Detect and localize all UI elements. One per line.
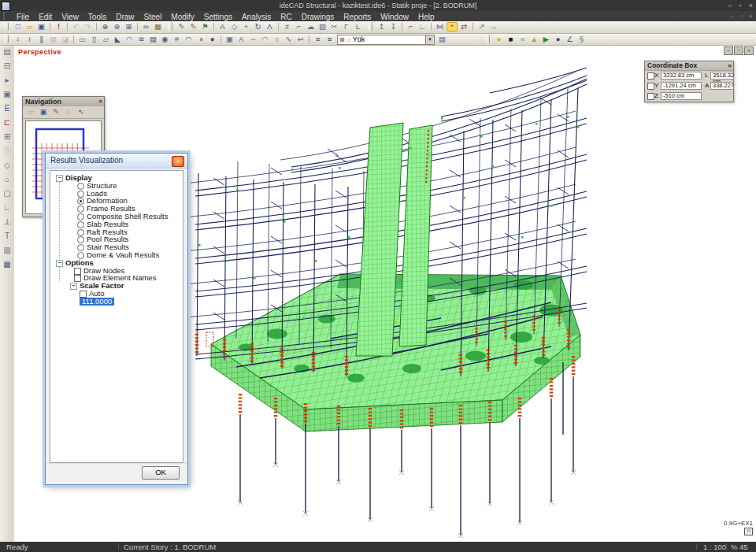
toolbar-icon[interactable]: [369, 22, 372, 31]
move-down-icon[interactable]: ↧: [388, 22, 398, 31]
toolbar-icon[interactable]: [137, 23, 138, 31]
snap-node-icon[interactable]: *: [447, 22, 458, 31]
toolbar-icon[interactable]: [213, 23, 214, 31]
nav-open-icon[interactable]: ▱: [25, 107, 36, 117]
sheet-clock-icon[interactable]: ▤: [437, 35, 447, 44]
solid-model-icon[interactable]: ■: [506, 35, 516, 44]
radio-icon[interactable]: [77, 244, 84, 251]
coordinate-box-title[interactable]: Coordinate Box ×: [645, 61, 733, 71]
toolbar-icon[interactable]: [220, 35, 221, 43]
move-icon[interactable]: +: [241, 22, 251, 31]
mdi-restore-button[interactable]: ▫: [740, 11, 743, 21]
nav-pen-icon[interactable]: ✎: [50, 107, 61, 117]
pool-icon[interactable]: ●: [207, 35, 217, 44]
cube-icon[interactable]: ▢: [2, 188, 13, 199]
report-icon[interactable]: ●: [553, 35, 563, 44]
toolbar-icon[interactable]: [73, 35, 74, 43]
save-icon[interactable]: ▣: [36, 22, 46, 31]
edit-pencil-icon[interactable]: ✎: [176, 22, 187, 31]
tree-node-scale-factor[interactable]: −Scale Factor: [70, 282, 183, 290]
polyline-icon[interactable]: ∿: [284, 35, 294, 44]
dialog-close-icon[interactable]: [172, 156, 184, 167]
collapse-icon[interactable]: −: [56, 260, 63, 267]
snap-grid-icon[interactable]: ⋈: [435, 22, 445, 31]
sketch-pencil-icon[interactable]: ✎: [188, 22, 198, 31]
zoom-window-icon[interactable]: ⊞: [124, 22, 134, 31]
axis-angle-icon[interactable]: ∟: [417, 22, 428, 31]
raft-icon[interactable]: ≋: [136, 35, 146, 44]
analysis-toolbar-icon[interactable]: [486, 35, 490, 43]
view-icon[interactable]: ⌂: [2, 174, 13, 185]
load-case-icon-small[interactable]: ⊡: [744, 528, 753, 535]
toolbar-icon[interactable]: [402, 23, 402, 31]
elevation-icon[interactable]: E: [2, 103, 13, 114]
redo-icon[interactable]: ↷: [83, 22, 93, 31]
undo-icon[interactable]: ↶: [71, 22, 81, 31]
mirror-icon[interactable]: Λ: [265, 22, 275, 31]
dome-icon[interactable]: ◠: [183, 35, 194, 44]
minimize-button[interactable]: –: [728, 0, 732, 11]
toolbar-icon[interactable]: [50, 23, 50, 31]
axis-corner-icon[interactable]: ⌐: [406, 22, 416, 31]
radio-icon[interactable]: [77, 191, 84, 198]
fillet-icon[interactable]: Γ: [341, 22, 351, 31]
section-icon[interactable]: ⊏: [2, 117, 13, 128]
open-icon[interactable]: ▱: [24, 22, 35, 31]
y-lock-checkbox[interactable]: [647, 83, 654, 90]
select-icon[interactable]: ▸: [2, 75, 13, 86]
binoculars-icon[interactable]: ∞: [141, 22, 151, 31]
x-lock-checkbox[interactable]: [647, 72, 654, 80]
radio-icon[interactable]: [77, 198, 84, 205]
text-icon[interactable]: A: [217, 22, 228, 31]
wall-icon[interactable]: ▤: [148, 35, 158, 44]
length-field[interactable]: 3518.32 cm: [710, 72, 734, 80]
radio-icon[interactable]: [77, 221, 84, 228]
return-icon[interactable]: ↩: [295, 35, 306, 44]
radio-icon[interactable]: [77, 236, 84, 243]
toolbar-icon[interactable]: [309, 35, 309, 43]
view-close-button[interactable]: ×: [744, 46, 754, 55]
radio-icon[interactable]: [77, 206, 84, 213]
nav-home-icon[interactable]: ⌂: [63, 107, 74, 117]
scale-factor-value[interactable]: 111.0000: [80, 298, 114, 306]
pile-icon[interactable]: ◉: [160, 35, 170, 44]
restore-button[interactable]: ▫: [739, 0, 742, 11]
y-coordinate-field[interactable]: -1291.24 cm: [661, 82, 702, 90]
materials-icon[interactable]: ▦: [153, 22, 163, 31]
analysis-icon[interactable]: ≈: [517, 35, 528, 44]
stair-icon[interactable]: ◑: [195, 35, 206, 44]
beam-icon[interactable]: ▭: [77, 35, 87, 44]
story-icon[interactable]: ▥: [2, 245, 13, 256]
toolbar-icon[interactable]: [278, 23, 279, 31]
radio-icon[interactable]: [77, 229, 84, 236]
toolbar-icon[interactable]: [472, 23, 473, 31]
view-restore-button[interactable]: ▫: [734, 46, 743, 55]
text2-icon[interactable]: A: [236, 35, 246, 44]
new-icon[interactable]: □: [13, 22, 23, 31]
font-edit-icon[interactable]: f: [54, 22, 64, 31]
arc-icon[interactable]: ◠: [260, 35, 270, 44]
ghost-icon[interactable]: ▒: [2, 146, 13, 157]
collapse-icon[interactable]: −: [70, 283, 77, 290]
ok-button[interactable]: OK: [142, 466, 180, 480]
nav-save-icon[interactable]: ▣: [38, 107, 49, 117]
print-icon[interactable]: ▤: [48, 35, 58, 44]
nav-pointer-icon[interactable]: ↖: [76, 107, 87, 117]
results-icon[interactable]: ∠: [565, 35, 575, 44]
layer-manager-icon[interactable]: ≡: [324, 35, 335, 44]
angle-field[interactable]: 338.227: [710, 82, 734, 90]
measure-icon[interactable]: →: [488, 22, 498, 31]
collapse-icon[interactable]: −: [56, 175, 63, 182]
split-icon[interactable]: ✂: [329, 22, 339, 31]
flag-icon[interactable]: ⚑: [200, 22, 210, 31]
tee-icon[interactable]: T: [2, 231, 13, 242]
mini-grid-icon[interactable]: ▦: [2, 259, 13, 270]
column-icon[interactable]: ▯: [89, 35, 99, 44]
tree-node-display[interactable]: −Display: [56, 174, 183, 182]
zoom-dynamic-icon[interactable]: ⊛: [112, 22, 122, 31]
load-case-icon[interactable]: ●: [494, 35, 504, 44]
warning-icon[interactable]: ▲: [529, 35, 539, 44]
mdi-close-button[interactable]: ×: [749, 11, 753, 21]
chamfer-icon[interactable]: L: [353, 22, 363, 31]
navigation-close-icon[interactable]: ×: [98, 97, 102, 106]
